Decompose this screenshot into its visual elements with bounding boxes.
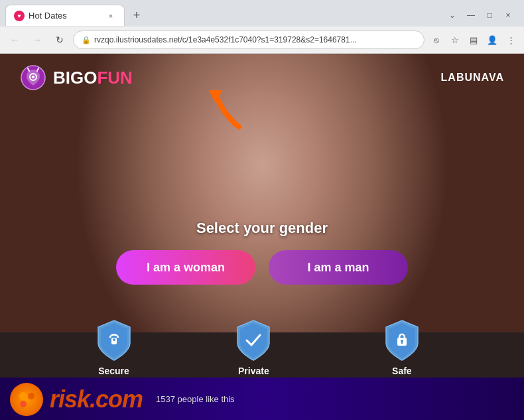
- logo-bar: BIGOFUN LABUNAVA: [0, 54, 524, 102]
- svg-point-10: [19, 392, 27, 400]
- bigofun-icon: [20, 64, 46, 91]
- url-text: rvzqo.ilustriousdates.net/c/1e3a4e532f1c…: [94, 35, 416, 44]
- man-button[interactable]: I am a man: [269, 250, 408, 285]
- social-icon: [10, 383, 43, 416]
- tab-favicon: ♥: [14, 11, 25, 21]
- safe-shield-icon: [383, 319, 421, 362]
- tab-bar: ♥ Hot Dates × + ⌄ — □ ×: [0, 0, 524, 27]
- chevron-icon[interactable]: ⌄: [444, 7, 460, 23]
- logo-left: BIGOFUN: [20, 64, 133, 91]
- svg-point-4: [32, 76, 34, 78]
- logo-fun: FUN: [97, 68, 132, 88]
- page-content: BIGOFUN LABUNAVA Select your gender I am…: [0, 54, 524, 420]
- safe-label: Safe: [392, 366, 412, 376]
- lock-icon: 🔒: [82, 36, 91, 44]
- maximize-button[interactable]: □: [482, 7, 497, 23]
- secure-label: Secure: [98, 366, 129, 376]
- share-icon[interactable]: ⎋: [428, 32, 444, 48]
- private-shield-icon: [235, 319, 272, 362]
- sidebar-icon[interactable]: ▤: [466, 32, 482, 48]
- gender-buttons: I am a woman I am a man: [116, 250, 408, 285]
- risk-logo-text: risk.com: [50, 385, 143, 413]
- minimize-button[interactable]: —: [463, 7, 479, 23]
- new-tab-button[interactable]: +: [127, 6, 146, 25]
- menu-icon[interactable]: ⋮: [503, 32, 519, 48]
- private-label: Private: [238, 366, 269, 376]
- logo-text: BIGOFUN: [53, 68, 133, 88]
- address-actions: ⎋ ☆ ▤ 👤 ⋮: [428, 32, 519, 48]
- window-controls: ⌄ — □ ×: [444, 7, 519, 23]
- profile-icon[interactable]: 👤: [484, 32, 500, 48]
- tab-close-button[interactable]: ×: [105, 11, 116, 21]
- svg-rect-9: [401, 341, 403, 344]
- bottom-bar: risk.com 1537 people like this: [0, 378, 524, 420]
- forward-button[interactable]: →: [28, 31, 46, 49]
- svg-point-12: [20, 401, 27, 407]
- svg-point-11: [28, 393, 34, 399]
- woman-button[interactable]: I am a woman: [116, 250, 255, 285]
- logo-bigo: BIGO: [53, 68, 97, 88]
- close-window-button[interactable]: ×: [500, 7, 516, 23]
- svg-point-6: [113, 338, 115, 341]
- address-input[interactable]: 🔒 rvzqo.ilustriousdates.net/c/1e3a4e532f…: [73, 31, 425, 49]
- address-bar: ← → ↻ 🔒 rvzqo.ilustriousdates.net/c/1e3a…: [0, 27, 524, 53]
- page-background: BIGOFUN LABUNAVA Select your gender I am…: [0, 54, 524, 420]
- risk-logo-area: risk.com: [50, 385, 143, 413]
- logo-nav[interactable]: LABUNAVA: [441, 72, 504, 84]
- tab-title: Hot Dates: [29, 11, 100, 21]
- gender-section: Select your gender I am a woman I am a m…: [0, 220, 524, 285]
- secure-shield-icon: [96, 319, 133, 362]
- social-count-text: 1537 people like this: [149, 394, 235, 404]
- gender-title: Select your gender: [196, 220, 328, 237]
- back-button[interactable]: ←: [5, 31, 24, 49]
- reload-button[interactable]: ↻: [50, 31, 69, 49]
- active-tab[interactable]: ♥ Hot Dates ×: [5, 5, 125, 26]
- bookmark-icon[interactable]: ☆: [447, 32, 463, 48]
- browser-chrome: ♥ Hot Dates × + ⌄ — □ × ← → ↻ 🔒 rvzqo.il…: [0, 0, 524, 54]
